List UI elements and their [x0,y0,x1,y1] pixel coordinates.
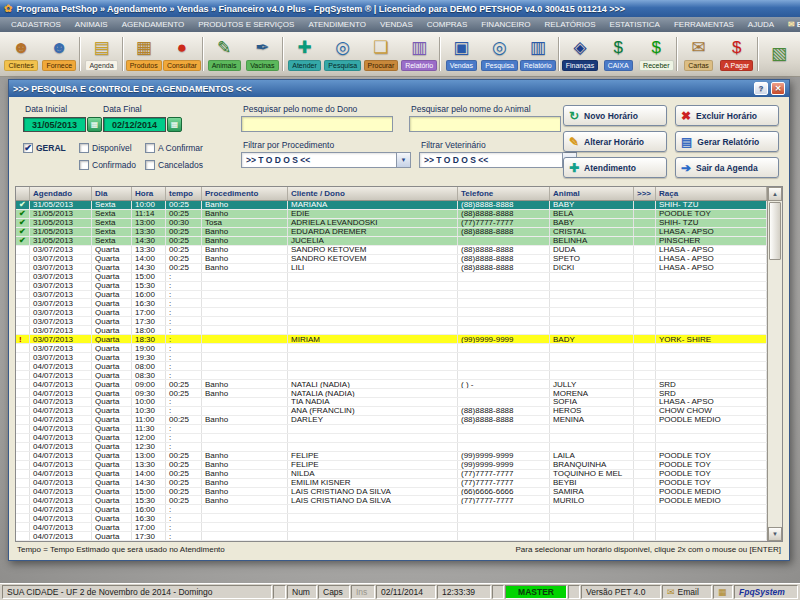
header-cell[interactable]: Telefone [458,187,550,200]
novo-horario-button[interactable]: ↻Novo Horário [563,105,667,126]
toolbar-vendas[interactable]: ▣Vendas [442,33,480,75]
toolbar-atender[interactable]: ✚Atender [285,33,323,75]
toolbar-cartas[interactable]: ✉Cartas [679,33,717,75]
header-cell[interactable]: Raça [656,187,767,200]
toolbar-caixa[interactable]: $CAIXA [599,33,637,75]
table-row[interactable]: 03/07/2013Quarta18:00: [16,326,767,335]
checkbox-cancelados[interactable]: Cancelados [145,160,203,170]
table-row[interactable]: 04/07/2013Quarta10:30:ANA (FRANCLIN)(88)… [16,407,767,416]
help-button[interactable]: ? [754,82,768,95]
menu-item-produtos-e-serviços[interactable]: PRODUTOS E SERVIÇOS [191,20,301,29]
toolbar-clientes[interactable]: ☻Clientes [2,33,40,75]
menu-item-ferramentas[interactable]: FERRAMENTAS [667,20,741,29]
toolbar-agenda[interactable]: ▤Agenda [82,33,120,75]
toolbar-a-pagar[interactable]: $A Pagar [718,33,756,75]
menu-item-animais[interactable]: ANIMAIS [68,20,115,29]
table-row[interactable]: 04/07/2013Quarta17:30: [16,532,767,541]
table-row[interactable]: 04/07/2013Quarta15:3000:25BanhoLAIS CRIS… [16,496,767,505]
table-row[interactable]: 04/07/2013Quarta08:30: [16,371,767,380]
table-row[interactable]: 03/07/2013Quarta13:3000:25BanhoSANDRO KE… [16,246,767,255]
menu-item-financeiro[interactable]: FINANCEIRO [474,20,537,29]
table-row[interactable]: 03/07/2013Quarta16:00: [16,291,767,300]
scrollbar-thumb[interactable] [769,202,781,260]
dono-search-input[interactable] [241,116,393,132]
toolbar-relatorio-atendimento[interactable]: ▥Relatório [400,33,438,75]
table-row[interactable]: 04/07/2013Quarta11:0000:25BanhoDARLEY(88… [16,416,767,425]
header-cell[interactable]: Agendado [30,187,92,200]
table-row[interactable]: 03/07/2013Quarta16:30: [16,299,767,308]
table-row[interactable]: 04/07/2013Quarta09:3000:25BanhoNATALIA (… [16,389,767,398]
table-row[interactable]: 03/07/2013Quarta14:3000:25BanhoLILI(88)8… [16,264,767,273]
chevron-down-icon[interactable]: ▼ [396,153,410,167]
toolbar-pesquisa-atendimento[interactable]: ◎Pesquisa [324,33,362,75]
toolbar-relatorio-vendas[interactable]: ▥Relatório [519,33,557,75]
toolbar-pesquisa-vendas[interactable]: ◎Pesquisa [480,33,518,75]
checkbox-geral[interactable]: ✔GERAL [23,143,66,153]
data-final-field[interactable]: 02/12/2014 [103,117,166,132]
alterar-horario-button[interactable]: ✎Alterar Horário [563,131,667,152]
toolbar-financas[interactable]: ◈Finanças [561,33,599,75]
table-row[interactable]: 04/07/2013Quarta14:0000:25BanhoNILDA(77)… [16,470,767,479]
menu-item-compras[interactable]: COMPRAS [420,20,474,29]
data-inicial-field[interactable]: 31/05/2013 [23,117,86,132]
menu-item-cadastros[interactable]: CADASTROS [4,20,68,29]
gerar-relatorio-button[interactable]: ▤Gerar Relatório [675,131,779,152]
toolbar-receber[interactable]: $Receber [637,33,675,75]
table-row[interactable]: ✔31/05/2013Sexta14:3000:25BanhoJUCELIABE… [16,237,767,246]
menu-item-estatistica[interactable]: ESTATISTICA [603,20,667,29]
menu-item-email[interactable]: ✉E-MAIL [781,20,800,29]
toolbar-animais[interactable]: ✎Animais [205,33,243,75]
header-cell[interactable]: tempo [166,187,202,200]
header-cell[interactable] [16,187,30,200]
checkbox-confirmado[interactable]: Confirmado [79,160,136,170]
animal-search-input[interactable] [409,116,561,132]
table-row[interactable]: ✔31/05/2013Sexta13:0000:30TosaADRIELA LE… [16,219,767,228]
toolbar-fornecedores[interactable]: ☻Fornece [40,33,78,75]
table-row[interactable]: 03/07/2013Quarta19:00: [16,344,767,353]
menu-item-agendamento[interactable]: AGENDAMENTO [115,20,192,29]
data-final-calendar-icon[interactable]: ▦ [167,117,182,132]
toolbar-consultar[interactable]: ●Consultar [163,33,201,75]
table-row[interactable]: 04/07/2013Quarta14:3000:25BanhoEMILIM KI… [16,479,767,488]
table-row[interactable]: 04/07/2013Quarta11:30: [16,425,767,434]
data-inicial-calendar-icon[interactable]: ▦ [87,117,102,132]
table-row[interactable]: 03/07/2013Quarta15:30: [16,282,767,291]
header-cell[interactable]: Animal [550,187,634,200]
sair-da-agenda-button[interactable]: ➔Sair da Agenda [675,157,779,178]
close-button[interactable]: ✕ [771,82,785,95]
table-row[interactable]: 04/07/2013Quarta10:00:TIA NADIASOFIALHAS… [16,398,767,407]
status-stats[interactable]: ▦ [713,585,733,599]
scrollbar-track[interactable] [768,261,782,527]
header-cell[interactable]: Cliente / Dono [288,187,458,200]
toolbar-estoque[interactable]: ▧ [760,33,798,75]
table-row[interactable]: 04/07/2013Quarta16:30: [16,514,767,523]
header-cell[interactable]: >>> [634,187,656,200]
header-cell[interactable]: Hora [132,187,166,200]
checkbox-a-confirmar[interactable]: A Confirmar [145,143,203,153]
table-row[interactable]: 03/07/2013Quarta15:00: [16,273,767,282]
table-row[interactable]: 04/07/2013Quarta16:00: [16,505,767,514]
table-row[interactable]: ✔31/05/2013Sexta13:3000:25BanhoEDUARDA D… [16,228,767,237]
toolbar-vacinas[interactable]: ✒Vacinas [243,33,281,75]
header-cell[interactable]: Dia [92,187,132,200]
excluir-horario-button[interactable]: ✖Excluir Horário [675,105,779,126]
menu-item-vendas[interactable]: VENDAS [373,20,420,29]
scroll-up-icon[interactable]: ▲ [768,187,782,201]
table-row[interactable]: 04/07/2013Quarta17:00: [16,523,767,532]
table-row[interactable]: 03/07/2013Quarta14:0000:25BanhoSANDRO KE… [16,255,767,264]
veterinario-filter-select[interactable]: >> T O D O S << ▼ [419,152,577,168]
menu-item-relatórios[interactable]: RELATÓRIOS [538,20,603,29]
checkbox-disponivel[interactable]: Disponível [79,143,132,153]
table-row[interactable]: 04/07/2013Quarta12:00: [16,434,767,443]
table-row[interactable]: 04/07/2013Quarta09:0000:25BanhoNATALI (N… [16,380,767,389]
toolbar-procurar[interactable]: ❏Procurar [362,33,400,75]
table-row[interactable]: !03/07/2013Quarta18:30:MIRIAM(99)9999-99… [16,335,767,344]
table-row[interactable]: 04/07/2013Quarta13:3000:25BanhoFELIPE(99… [16,461,767,470]
atendimento-button[interactable]: ✚Atendimento [563,157,667,178]
table-row[interactable]: 03/07/2013Quarta17:00: [16,308,767,317]
table-row[interactable]: 04/07/2013Quarta12:30: [16,443,767,452]
table-row[interactable]: 04/07/2013Quarta13:0000:25BanhoFELIPE(99… [16,452,767,461]
table-row[interactable]: ✔31/05/2013Sexta11:1400:25BanhoEDIE(88)8… [16,210,767,219]
table-row[interactable]: 03/07/2013Quarta17:30: [16,317,767,326]
table-row[interactable]: 03/07/2013Quarta19:30: [16,353,767,362]
